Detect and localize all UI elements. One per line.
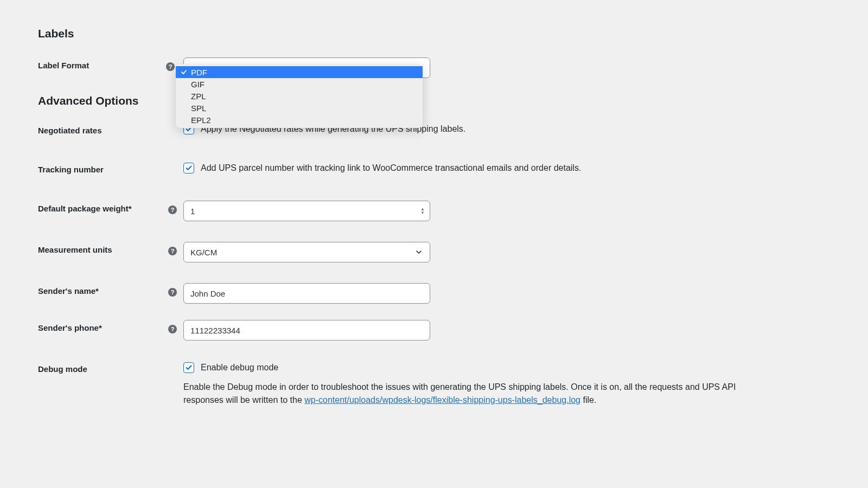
option-spl[interactable]: SPL [176, 102, 423, 114]
debug-log-link[interactable]: wp-content/uploads/wpdesk-logs/flexible-… [304, 395, 580, 404]
option-pdf[interactable]: PDF [176, 66, 423, 78]
default-weight-input[interactable] [183, 201, 430, 221]
default-weight-label: Default package weight* [38, 201, 168, 213]
debug-mode-checkbox[interactable] [183, 362, 194, 373]
help-icon[interactable]: ? [166, 62, 175, 71]
debug-description: Enable the Debug mode in order to troubl… [183, 381, 758, 407]
option-gif[interactable]: GIF [176, 78, 423, 90]
row-debug-mode: Debug mode Enable debug mode Enable the … [38, 361, 830, 407]
label-format-label: Label Format [38, 57, 168, 70]
tracking-number-label: Tracking number [38, 162, 168, 174]
sender-phone-input[interactable] [183, 320, 430, 341]
negotiated-rates-label: Negotiated rates [38, 123, 168, 135]
row-default-weight: Default package weight* ? ▲▼ [38, 201, 830, 221]
row-negotiated-rates: Negotiated rates Apply the Negotiated ra… [38, 123, 830, 141]
debug-mode-label: Debug mode [38, 361, 168, 374]
help-icon[interactable]: ? [168, 325, 177, 333]
help-icon[interactable]: ? [168, 288, 177, 297]
row-measurement-units: Measurement units ? KG/CM [38, 242, 830, 262]
sender-phone-label: Sender's phone* [38, 320, 168, 332]
debug-mode-text: Enable debug mode [201, 363, 278, 373]
option-zpl[interactable]: ZPL [176, 90, 423, 102]
sender-name-label: Sender's name* [38, 283, 168, 296]
measurement-units-label: Measurement units [38, 242, 168, 254]
labels-heading: Labels [38, 27, 830, 40]
advanced-heading: Advanced Options [38, 94, 830, 107]
tracking-number-checkbox[interactable] [183, 163, 194, 174]
check-icon [181, 69, 187, 75]
help-icon[interactable]: ? [168, 247, 177, 255]
label-format-dropdown: PDF GIF ZPL SPL EPL2 [176, 64, 423, 128]
measurement-units-select[interactable]: KG/CM [183, 242, 430, 262]
row-sender-name: Sender's name* ? [38, 283, 830, 304]
help-icon[interactable]: ? [168, 206, 177, 214]
row-tracking-number: Tracking number Add UPS parcel number wi… [38, 162, 830, 180]
tracking-number-text: Add UPS parcel number with tracking link… [201, 163, 581, 173]
row-label-format: Label Format ? PDF GIF ZPL SPL EPL2 [38, 57, 830, 78]
sender-name-input[interactable] [183, 283, 430, 304]
row-sender-phone: Sender's phone* ? [38, 320, 830, 341]
option-epl2[interactable]: EPL2 [176, 114, 423, 126]
